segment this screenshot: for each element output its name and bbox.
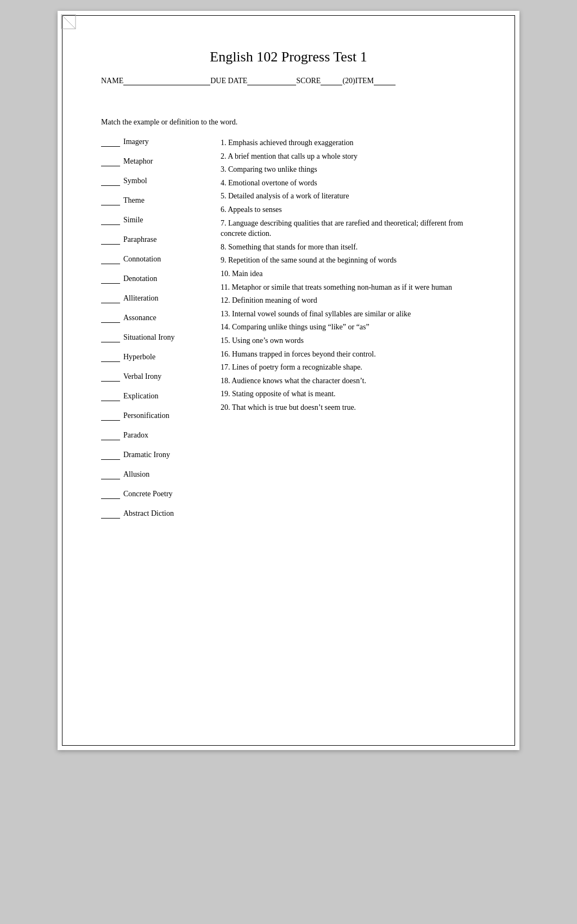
- answer-blank[interactable]: [101, 431, 120, 440]
- answer-blank[interactable]: [101, 333, 120, 342]
- answer-blank[interactable]: [101, 372, 120, 382]
- term-label: Dramatic Irony: [123, 451, 170, 459]
- term-label: Theme: [123, 196, 145, 205]
- list-item: Allusion: [101, 470, 210, 485]
- def-number: 9.: [221, 256, 228, 264]
- answer-blank[interactable]: [101, 470, 120, 479]
- def-number: 1.: [221, 139, 228, 147]
- list-item: Abstract Diction: [101, 509, 210, 525]
- page-title: English 102 Progress Test 1: [101, 49, 476, 65]
- def-number: 17.: [221, 363, 232, 371]
- list-item: 13. Internal vowel sounds of final sylla…: [221, 309, 476, 320]
- name-label: NAME: [101, 77, 123, 85]
- due-date-field[interactable]: [247, 76, 296, 85]
- def-text: Main idea: [232, 270, 262, 278]
- answer-blank[interactable]: [101, 451, 120, 460]
- list-item: Theme: [101, 196, 210, 211]
- def-text: Using one’s own words: [232, 336, 304, 345]
- list-item: Verbal Irony: [101, 372, 210, 388]
- def-text: Language describing qualities that are r…: [221, 219, 463, 238]
- answer-blank[interactable]: [101, 490, 120, 499]
- answer-blank[interactable]: [101, 255, 120, 264]
- answer-blank[interactable]: [101, 274, 120, 284]
- answer-blank[interactable]: [101, 411, 120, 421]
- def-number: 8.: [221, 243, 228, 251]
- term-label: Alliteration: [123, 294, 159, 303]
- list-item: 9. Repetition of the same sound at the b…: [221, 255, 476, 266]
- term-label: Hyperbole: [123, 353, 155, 361]
- list-item: 1. Emphasis achieved through exaggeratio…: [221, 138, 476, 148]
- list-item: 8. Something that stands for more than i…: [221, 242, 476, 253]
- answer-blank[interactable]: [101, 353, 120, 362]
- def-text: Humans trapped in forces beyond their co…: [232, 350, 376, 358]
- def-number: 11.: [221, 283, 231, 291]
- header-fields: NAME DUE DATE SCORE (20)ITEM: [101, 76, 476, 85]
- list-item: 16. Humans trapped in forces beyond thei…: [221, 349, 476, 360]
- list-item: 17. Lines of poetry form a recognizable …: [221, 362, 476, 373]
- item-field[interactable]: [374, 76, 396, 85]
- def-text: Detailed analysis of a work of literatur…: [228, 192, 349, 200]
- list-item: Imagery: [101, 138, 210, 153]
- definitions-column: 1. Emphasis achieved through exaggeratio…: [221, 138, 476, 415]
- list-item: Metaphor: [101, 157, 210, 172]
- matching-section: Imagery Metaphor Symbol Theme Simile Par…: [101, 138, 476, 529]
- answer-blank[interactable]: [101, 216, 120, 225]
- answer-blank[interactable]: [101, 177, 120, 186]
- def-text: Comparing two unlike things: [228, 165, 317, 173]
- def-text: Comparing unlike things using “like” or …: [232, 323, 369, 331]
- list-item: Concrete Poetry: [101, 490, 210, 505]
- item-label: (20)ITEM: [342, 77, 374, 85]
- def-text: Appeals to senses: [228, 205, 282, 214]
- term-label: Concrete Poetry: [123, 490, 173, 498]
- answer-blank[interactable]: [101, 157, 120, 166]
- score-field[interactable]: [321, 76, 342, 85]
- list-item: Denotation: [101, 274, 210, 290]
- answer-blank[interactable]: [101, 392, 120, 401]
- term-label: Imagery: [123, 138, 149, 146]
- def-number: 3.: [221, 165, 228, 173]
- def-number: 18.: [221, 377, 231, 385]
- list-item: 11. Metaphor or simile that treats somet…: [221, 282, 476, 293]
- def-number: 5.: [221, 192, 228, 200]
- def-number: 7.: [221, 219, 228, 227]
- logo-image: [60, 14, 82, 35]
- answer-blank[interactable]: [101, 509, 120, 519]
- name-field[interactable]: [123, 76, 210, 85]
- term-label: Explication: [123, 392, 159, 401]
- def-text: A brief mention that calls up a whole st…: [228, 152, 358, 160]
- def-text: Stating opposite of what is meant.: [232, 390, 336, 398]
- def-text: Metaphor or simile that treats something…: [231, 283, 452, 291]
- list-item: Assonance: [101, 314, 210, 329]
- terms-column: Imagery Metaphor Symbol Theme Simile Par…: [101, 138, 210, 529]
- answer-blank[interactable]: [101, 235, 120, 245]
- def-text: Lines of poetry form a recognizable shap…: [232, 363, 362, 371]
- list-item: Symbol: [101, 177, 210, 192]
- svg-line-1: [61, 15, 76, 29]
- answer-blank[interactable]: [101, 138, 120, 147]
- def-number: 10.: [221, 270, 232, 278]
- term-label: Denotation: [123, 274, 157, 283]
- term-label: Situational Irony: [123, 333, 175, 342]
- term-label: Paraphrase: [123, 235, 156, 244]
- instructions-text: Match the example or definition to the w…: [101, 118, 476, 127]
- def-number: 6.: [221, 205, 228, 214]
- list-item: 19. Stating opposite of what is meant.: [221, 389, 476, 399]
- list-item: Personification: [101, 411, 210, 427]
- term-label: Paradox: [123, 431, 148, 440]
- list-item: Dramatic Irony: [101, 451, 210, 466]
- list-item: Simile: [101, 216, 210, 231]
- due-date-label: DUE DATE: [210, 77, 247, 85]
- def-text: Emotional overtone of words: [228, 179, 317, 187]
- def-text: That which is true but doesn’t seem true…: [232, 403, 356, 411]
- def-number: 16.: [221, 350, 232, 358]
- list-item: 7. Language describing qualities that ar…: [221, 218, 476, 239]
- answer-blank[interactable]: [101, 196, 120, 205]
- def-text: Audience knows what the character doesn’…: [231, 377, 366, 385]
- answer-blank[interactable]: [101, 294, 120, 303]
- term-label: Assonance: [123, 314, 156, 322]
- def-text: Internal vowel sounds of final syllables…: [232, 310, 411, 318]
- answer-blank[interactable]: [101, 314, 120, 323]
- list-item: 18. Audience knows what the character do…: [221, 376, 476, 386]
- term-label: Symbol: [123, 177, 147, 185]
- list-item: Hyperbole: [101, 353, 210, 368]
